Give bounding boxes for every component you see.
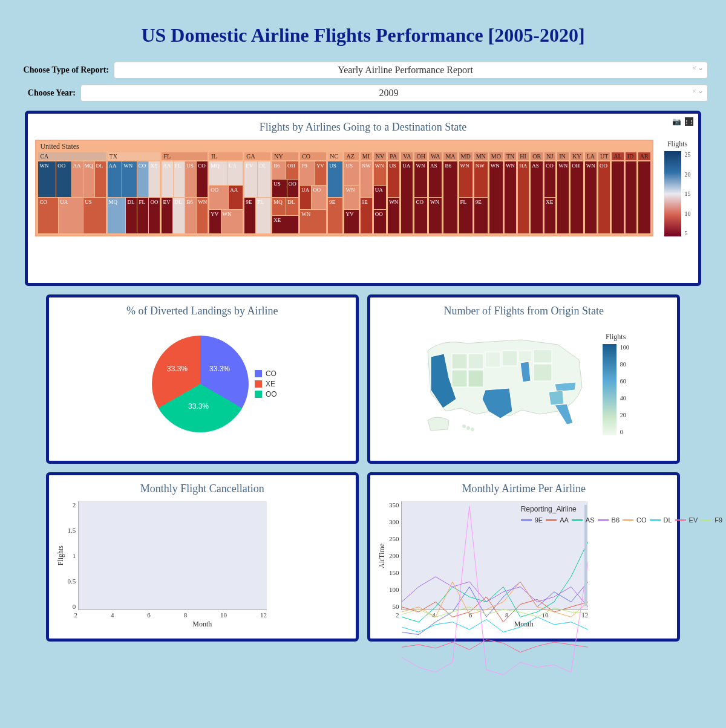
treemap-airline-cell[interactable]: WN [414, 161, 427, 197]
treemap-airline-cell[interactable]: OO [598, 161, 610, 233]
legend-item[interactable]: CO [623, 516, 647, 524]
treemap-airline-cell[interactable]: UA [59, 198, 83, 233]
treemap-airline-cell[interactable]: AA [72, 161, 83, 197]
treemap-state[interactable]: PAUSWN [388, 152, 399, 233]
treemap-airline-cell[interactable]: WN [505, 161, 516, 233]
treemap-airline-cell[interactable]: WN [429, 198, 442, 233]
legend-item[interactable]: 9E [521, 516, 543, 524]
treemap-state[interactable]: UTOO [598, 152, 610, 233]
treemap-state[interactable]: AZUSWNYV [344, 152, 358, 233]
treemap-state[interactable]: HIHA [518, 152, 529, 233]
treemap-airline-cell[interactable]: YV [209, 210, 220, 233]
treemap-airline-cell[interactable]: 9E [244, 198, 255, 233]
camera-icon[interactable]: 📷 [673, 117, 681, 126]
treemap-airline-cell[interactable]: OO [56, 161, 71, 197]
treemap-state[interactable]: CAWNOOAAMQDLCOUAUS [38, 152, 105, 233]
treemap-state[interactable]: NYB6OHUSOOMQDLXE [272, 152, 298, 233]
treemap-state[interactable]: VAUA [401, 152, 413, 233]
treemap-airline-cell[interactable]: AA [229, 186, 243, 209]
treemap-airline-cell[interactable]: AS [531, 161, 543, 233]
treemap-airline-cell[interactable]: WN [585, 161, 597, 233]
treemap-airline-cell[interactable]: F9 [300, 161, 315, 185]
treemap-airline-cell[interactable]: OO [374, 210, 386, 233]
treemap-airline-cell[interactable]: MQ [272, 198, 286, 215]
treemap-airline-cell[interactable]: WN [459, 161, 473, 197]
legend-item[interactable]: AA [546, 516, 569, 524]
treemap-airline-cell[interactable]: CO [197, 161, 208, 197]
treemap-state[interactable]: MNNW9E [474, 152, 488, 233]
treemap-airline-cell[interactable]: YV [315, 161, 326, 185]
plotly-logo-icon[interactable]: ⋮⋮ [685, 117, 693, 126]
treemap-airline-cell[interactable]: B6 [185, 198, 196, 233]
clear-icon[interactable]: × [692, 87, 696, 96]
treemap-airline-cell[interactable]: WN [221, 210, 243, 233]
treemap-state[interactable]: NJCOXE [544, 152, 555, 233]
treemap-airline-cell[interactable]: HA [518, 161, 529, 233]
treemap-state[interactable]: INWN [557, 152, 569, 233]
treemap-airline-cell[interactable]: DL [173, 198, 185, 233]
treemap-state[interactable]: ILMQUAOOAAYVWN [209, 152, 243, 233]
treemap-airline-cell[interactable]: CO [414, 198, 427, 233]
treemap-airline-cell[interactable]: WN [557, 161, 569, 233]
legend-item[interactable]: CO [266, 369, 276, 378]
treemap-airline-cell[interactable]: 9E [361, 198, 372, 233]
bar-plot[interactable] [78, 501, 267, 610]
treemap-airline-cell[interactable]: 9E [474, 198, 488, 233]
treemap-airline-cell[interactable]: WN [122, 161, 137, 197]
treemap-airline-cell[interactable]: FL [459, 198, 473, 233]
treemap-state[interactable]: MOWN [489, 152, 503, 233]
legend-item[interactable]: F9 [701, 516, 722, 524]
legend-item[interactable]: AS [572, 516, 595, 524]
treemap-airline-cell[interactable]: WN [489, 161, 503, 233]
treemap-airline-cell[interactable]: WN [38, 161, 56, 197]
treemap-state[interactable]: ORAS [531, 152, 543, 233]
treemap-airline-cell[interactable]: OH [286, 161, 298, 179]
treemap-airline-cell[interactable]: XE [272, 216, 298, 233]
treemap-airline-cell[interactable]: FL [174, 161, 185, 197]
treemap-airline-cell[interactable]: EV [244, 161, 257, 197]
treemap-state[interactable]: NVWNUAOO [374, 152, 386, 233]
treemap-airline-cell[interactable]: US [328, 161, 342, 197]
treemap-airline-cell[interactable]: AA [162, 161, 172, 197]
treemap-airline-cell[interactable]: US [272, 180, 286, 197]
treemap-state[interactable]: MINW9E [361, 152, 372, 233]
treemap-airline-cell[interactable]: WN [374, 161, 386, 185]
treemap-airline-cell[interactable]: US [185, 161, 196, 197]
treemap-state[interactable]: OHWNCO [414, 152, 427, 233]
treemap-airline-cell[interactable]: XE [544, 198, 555, 233]
treemap-airline-cell[interactable]: WN [300, 210, 326, 233]
treemap-root[interactable]: United States CAWNOOAAMQDLCOUAUSTXAAWNCO… [35, 140, 653, 236]
treemap-airline-cell[interactable]: AS [429, 161, 442, 197]
treemap-airline-cell[interactable]: WN [388, 198, 399, 233]
treemap-airline-cell[interactable]: US [388, 161, 399, 197]
report-type-dropdown[interactable]: Yearly Airline Performance Report × [114, 62, 708, 79]
legend-item[interactable]: B6 [598, 516, 620, 524]
treemap-state[interactable]: LAWN [585, 152, 597, 233]
treemap-airline-cell[interactable]: B6 [272, 161, 286, 179]
treemap-airline-cell[interactable]: EV [162, 198, 172, 233]
treemap-airline-cell[interactable]: DL [95, 161, 106, 197]
treemap-airline-cell[interactable]: XE [149, 161, 160, 197]
treemap-state[interactable]: AL [612, 152, 623, 233]
treemap-airline-cell[interactable]: OH [571, 161, 583, 233]
treemap-airline-cell[interactable]: UA [374, 186, 386, 209]
treemap-state[interactable]: WAASWN [429, 152, 442, 233]
treemap-airline-cell[interactable]: B6 [443, 161, 457, 233]
treemap-airline-cell[interactable]: DL [286, 198, 298, 215]
treemap-airline-cell[interactable]: UA [300, 186, 311, 209]
treemap-airline-cell[interactable]: OO [209, 186, 228, 209]
treemap-airline-cell[interactable]: OO [287, 180, 299, 197]
treemap-airline-cell[interactable]: OO [312, 186, 326, 209]
legend-item[interactable]: EV [675, 516, 698, 524]
treemap-airline-cell[interactable]: FL [256, 198, 270, 233]
treemap-state[interactable]: FLAAFLUSCOEVDLB6WN [162, 152, 208, 233]
treemap-airline-cell[interactable]: WN [344, 186, 358, 209]
treemap-airline-cell[interactable]: UA [401, 161, 413, 233]
treemap-state[interactable]: AR [638, 152, 650, 233]
treemap-airline-cell[interactable]: NW [361, 161, 372, 197]
us-map[interactable] [419, 333, 594, 435]
year-dropdown[interactable]: 2009 × [80, 85, 708, 102]
pie-chart[interactable]: 33.3% 33.3% 33.3% [152, 336, 249, 432]
treemap-state[interactable]: GAEVDL9EFL [244, 152, 270, 233]
treemap-state[interactable]: KYOH [571, 152, 583, 233]
